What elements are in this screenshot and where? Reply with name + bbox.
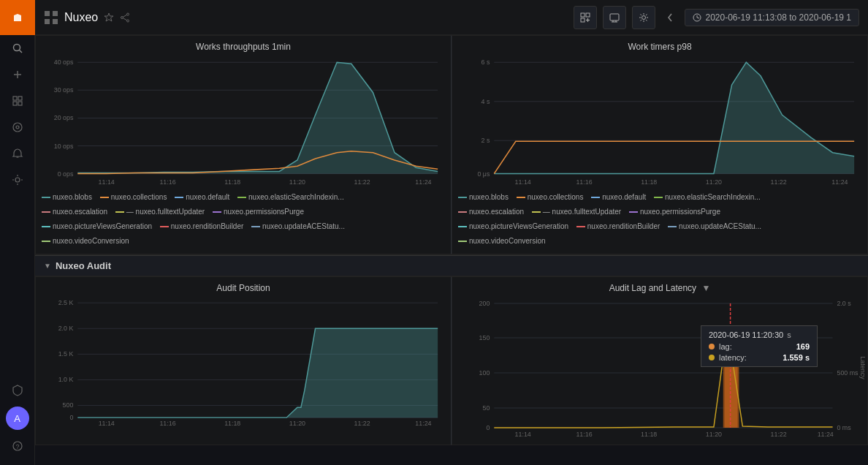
svg-rect-26: [581, 18, 585, 22]
svg-text:11:18: 11:18: [224, 420, 240, 427]
svg-text:11:14: 11:14: [99, 420, 115, 427]
time-range-picker[interactable]: 2020-06-19 11:13:08 to 2020-06-19 1: [685, 9, 860, 26]
audit-position-chart: 2.5 K 2.0 K 1.5 K 1.0 K 500 0 11:14 11:1…: [42, 296, 445, 428]
works-throughputs-title: Works throughputs 1min: [42, 42, 445, 52]
svg-text:0 μs: 0 μs: [477, 170, 490, 177]
audit-section-title: Nuxeo Audit: [56, 260, 111, 271]
svg-text:6 s: 6 s: [481, 58, 490, 66]
audit-lag-dropdown[interactable]: ▼: [701, 283, 710, 293]
svg-text:150: 150: [479, 334, 490, 341]
sidebar-item-search[interactable]: [0, 35, 35, 61]
svg-line-2: [19, 50, 22, 53]
svg-text:11:20: 11:20: [706, 431, 722, 438]
add-panel-icon: [580, 12, 590, 23]
svg-point-19: [127, 13, 129, 15]
svg-text:50: 50: [483, 404, 490, 412]
settings-button[interactable]: [632, 6, 655, 29]
content: Works throughputs 1min 40 ops 30 ops: [35, 35, 868, 465]
work-timers-legend: nuxeo.blobs nuxeo.collections nuxeo.defa…: [458, 186, 861, 248]
sidebar: A ?: [0, 0, 35, 465]
svg-text:11:24: 11:24: [818, 431, 834, 438]
tv-button[interactable]: [603, 6, 626, 29]
sidebar-item-shield[interactable]: [0, 377, 35, 404]
svg-text:10 ops: 10 ops: [54, 142, 74, 149]
audit-position-title: Audit Position: [42, 283, 445, 293]
svg-text:11:16: 11:16: [576, 431, 592, 438]
svg-text:11:20: 11:20: [289, 420, 305, 427]
svg-text:11:22: 11:22: [771, 431, 787, 438]
add-panel-button[interactable]: [574, 6, 597, 29]
svg-point-1: [13, 45, 20, 51]
svg-point-21: [121, 16, 123, 18]
svg-text:200: 200: [479, 300, 490, 307]
svg-rect-16: [53, 11, 58, 16]
svg-text:11:18: 11:18: [641, 431, 657, 438]
svg-line-22: [123, 15, 127, 17]
svg-text:100: 100: [479, 369, 490, 377]
time-range-label: 2020-06-19 11:13:08 to 2020-06-19 1: [706, 12, 852, 23]
audit-lag-latency-title: Audit Lag and Latency ▼: [458, 283, 861, 293]
sidebar-item-config[interactable]: [0, 167, 35, 193]
logo[interactable]: [0, 0, 35, 35]
svg-text:2.0 s: 2.0 s: [837, 300, 851, 307]
svg-text:11:14: 11:14: [515, 178, 531, 186]
svg-point-33: [642, 15, 645, 19]
audit-section-header[interactable]: ▼ Nuxeo Audit: [35, 255, 868, 276]
chevron-left-icon: [666, 12, 674, 23]
sidebar-item-grid[interactable]: [0, 88, 35, 114]
sidebar-item-help[interactable]: ?: [0, 433, 35, 459]
svg-text:20 ops: 20 ops: [54, 114, 74, 121]
svg-rect-15: [45, 11, 50, 16]
svg-text:11:14: 11:14: [99, 178, 115, 186]
work-timers-chart: 6 s 4 s 2 s 0 μs 11:14 11:16 11:18 11:20…: [458, 55, 861, 186]
svg-line-23: [123, 18, 127, 20]
svg-text:40 ops: 40 ops: [54, 58, 74, 66]
settings-icon: [639, 12, 649, 23]
clock-icon: [693, 13, 701, 22]
sidebar-item-explore[interactable]: [0, 114, 35, 140]
svg-text:11:24: 11:24: [415, 178, 431, 186]
svg-rect-17: [45, 19, 50, 24]
share-icon[interactable]: [120, 12, 130, 23]
svg-text:11:14: 11:14: [515, 431, 531, 438]
svg-rect-25: [586, 13, 590, 17]
latency-axis-label: Latency: [859, 356, 867, 379]
audit-lag-latency-chart: 200 150 100 50 0 2.0 s 500 ms 0 ms 11:14…: [458, 296, 861, 439]
svg-text:4 s: 4 s: [481, 98, 490, 105]
works-throughputs-legend: nuxeo.blobs nuxeo.collections nuxeo.defa…: [42, 186, 445, 248]
svg-text:11:20: 11:20: [289, 178, 305, 186]
work-timers-panel: Work timers p98 6 s 4 s 2 s 0: [452, 35, 868, 254]
sidebar-item-add[interactable]: [0, 61, 35, 88]
svg-point-9: [13, 123, 22, 132]
collapse-chevron: ▼: [44, 262, 51, 270]
svg-point-20: [127, 20, 129, 22]
svg-text:0 ms: 0 ms: [837, 424, 851, 431]
svg-text:?: ?: [15, 443, 19, 450]
svg-text:1.0 K: 1.0 K: [58, 376, 74, 383]
works-throughputs-panel: Works throughputs 1min 40 ops 30 ops: [35, 35, 452, 254]
svg-text:500 ms: 500 ms: [837, 369, 859, 377]
svg-text:500: 500: [63, 402, 74, 409]
svg-text:0 ops: 0 ops: [58, 170, 74, 177]
svg-line-36: [697, 18, 699, 18]
work-timers-title: Work timers p98: [458, 42, 861, 52]
svg-text:0: 0: [486, 424, 490, 431]
works-throughputs-chart: 40 ops 30 ops 20 ops 10 ops 0 ops 11:14 …: [42, 55, 445, 186]
svg-text:11:18: 11:18: [224, 178, 240, 186]
svg-text:11:16: 11:16: [576, 178, 592, 186]
svg-text:0: 0: [69, 414, 73, 421]
svg-text:11:18: 11:18: [641, 178, 657, 186]
sidebar-item-alerts[interactable]: [0, 140, 35, 167]
audit-lag-latency-panel: Audit Lag and Latency ▼ 200: [452, 276, 868, 445]
svg-text:11:20: 11:20: [706, 178, 722, 186]
time-back-button[interactable]: [661, 6, 679, 29]
top-panels-row: Works throughputs 1min 40 ops 30 ops: [35, 35, 868, 255]
svg-rect-8: [18, 102, 22, 105]
user-avatar[interactable]: A: [6, 407, 29, 430]
star-icon[interactable]: [104, 12, 114, 23]
svg-rect-7: [13, 102, 17, 105]
svg-text:1.5 K: 1.5 K: [58, 350, 74, 358]
svg-rect-18: [53, 19, 58, 24]
brand-name: Nuxeo: [64, 11, 98, 24]
svg-text:2.0 K: 2.0 K: [58, 325, 74, 332]
